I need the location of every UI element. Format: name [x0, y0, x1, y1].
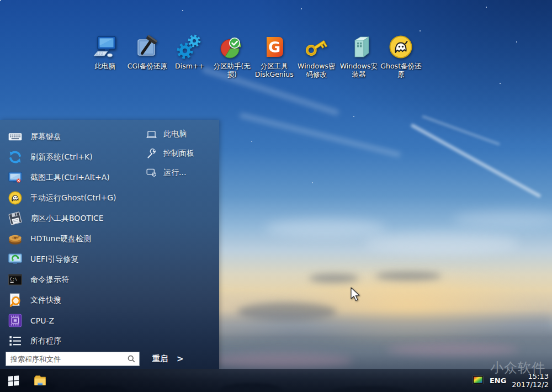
folder-icon [33, 374, 47, 388]
start-menu-item-label: HDTune硬盘检测 [30, 234, 91, 244]
start-menu-item-label: 截图工具(Ctrl+Alt+A) [30, 173, 110, 183]
cloud [364, 232, 519, 254]
start-menu-item[interactable]: 扇区小工具BOOTICE [7, 208, 139, 229]
clock-date: 2017/12/2 [512, 380, 549, 389]
start-menu-item-label: 屏幕键盘 [30, 132, 61, 142]
start-menu-item[interactable]: C:\命令提示符 [7, 269, 139, 290]
search-input[interactable] [6, 355, 126, 363]
desktop-icon-label: Windows安装器 [338, 62, 380, 78]
desktop-icon[interactable]: 分区助手(无损) [211, 33, 253, 78]
keyboard-icon [7, 129, 23, 145]
cmd-icon: C:\ [7, 272, 23, 288]
start-menu-item[interactable]: 屏幕键盘 [7, 126, 139, 147]
desktop-icon[interactable]: Windows安装器 [338, 33, 380, 78]
ghost-small-icon [7, 190, 23, 206]
wrench-outline-icon [145, 147, 158, 160]
start-menu-item-label: 所有程序 [30, 336, 61, 346]
refresh-icon [7, 149, 23, 166]
file-search-icon [7, 292, 23, 309]
desktop-icon[interactable]: Windows密码修改 [295, 33, 338, 78]
this-pc-icon [91, 33, 119, 61]
desktop-icon-label: CGI备份还原 [128, 62, 167, 71]
restart-button[interactable]: 重启 > [152, 352, 184, 366]
language-indicator[interactable]: ENG [490, 377, 506, 385]
stars [0, 0, 1, 1]
start-menu-right-list: 此电脑控制面板运行... [145, 125, 216, 182]
start-menu-item[interactable]: 刷新系统(Ctrl+K) [7, 147, 139, 167]
desktop-icon-label: 分区助手(无损) [211, 62, 253, 78]
restart-label: 重启 [152, 354, 168, 364]
desktop-icon[interactable]: 此电脑 [84, 33, 126, 78]
start-menu-item-label: 刷新系统(Ctrl+K) [30, 152, 93, 162]
mouse-cursor [350, 287, 360, 302]
start-menu-item[interactable]: 手动运行Ghost(Ctrl+G) [7, 188, 139, 208]
desktop-icon[interactable]: Dism++ [168, 33, 211, 78]
svg-text:G: G [268, 39, 280, 56]
installer-box-icon [345, 33, 373, 61]
start-menu-shortcut-label: 运行... [163, 168, 186, 178]
start-menu-item[interactable]: 文件快搜 [7, 290, 139, 310]
start-menu-left-list: 屏幕键盘刷新系统(Ctrl+K)截图工具(Ctrl+Alt+A)手动运行Ghos… [7, 126, 139, 351]
dark-cloud [309, 274, 359, 283]
ghost-icon [387, 33, 415, 61]
start-menu-shortcut-label: 控制面板 [163, 149, 194, 158]
start-menu-item-label: 文件快搜 [30, 295, 61, 305]
start-menu-item-label: UEFI引导修复 [30, 255, 78, 264]
start-menu-item[interactable]: 截图工具(Ctrl+Alt+A) [7, 167, 139, 188]
search-icon[interactable] [126, 353, 137, 364]
start-menu-item-label: CPU-Z [30, 316, 54, 325]
start-menu-item-label: 手动运行Ghost(Ctrl+G) [30, 193, 116, 203]
chevron-right-icon[interactable]: > [177, 354, 184, 364]
hdd-icon [7, 231, 23, 247]
start-menu-item-label: 命令提示符 [30, 275, 69, 285]
floppy-icon [7, 210, 23, 227]
sea-reflection [386, 343, 519, 356]
desktop-icon[interactable]: G分区工具 DiskGenius [253, 33, 295, 78]
desktop-icon-label: Windows密码修改 [295, 62, 338, 78]
desktop-icon-label: 此电脑 [95, 62, 116, 71]
desktop-icon-row: 此电脑CGI备份还原Dism++分区助手(无损)G分区工具 DiskGenius… [84, 33, 422, 78]
desktop-screen: 此电脑CGI备份还原Dism++分区助手(无损)G分区工具 DiskGenius… [0, 0, 552, 392]
all-programs-icon [7, 333, 23, 349]
start-button[interactable] [2, 369, 24, 392]
uefi-repair-icon [7, 251, 23, 268]
taskbar: ENG 15:13 2017/12/2 [0, 369, 552, 392]
run-outline-icon [145, 166, 158, 179]
file-explorer-button[interactable] [29, 369, 51, 392]
desktop-icon-label: Dism++ [175, 62, 204, 71]
dark-cloud [375, 272, 442, 280]
svg-text:C:\: C:\ [9, 277, 17, 282]
cloud [265, 219, 386, 237]
start-menu-shortcut[interactable]: 此电脑 [145, 125, 216, 144]
snip-tool-icon [7, 169, 23, 186]
start-menu: 屏幕键盘刷新系统(Ctrl+K)截图工具(Ctrl+Alt+A)手动运行Ghos… [0, 120, 219, 369]
start-menu-item-label: 扇区小工具BOOTICE [30, 214, 104, 224]
start-menu-item[interactable]: 所有程序 [7, 331, 139, 351]
cpuz-icon [7, 312, 23, 329]
start-menu-item[interactable]: CPU-Z [7, 310, 139, 331]
desktop-icon[interactable]: Ghost备份还原 [380, 33, 422, 78]
desktop-icon[interactable]: CGI备份还原 [126, 33, 169, 78]
start-menu-shortcut[interactable]: 控制面板 [145, 144, 216, 163]
sea-reflection [210, 353, 353, 368]
start-menu-item[interactable]: HDTune硬盘检测 [7, 229, 139, 249]
start-menu-shortcut-label: 此电脑 [163, 129, 187, 139]
start-menu-item[interactable]: UEFI引导修复 [7, 249, 139, 269]
watermark-text: 小众软件 [490, 359, 545, 377]
windows-logo-icon [7, 374, 20, 387]
diskgenius-icon: G [261, 33, 288, 61]
dism-gears-icon [176, 33, 203, 61]
password-key-icon [302, 33, 330, 61]
partition-assistant-icon [218, 33, 246, 61]
search-box[interactable] [6, 352, 140, 366]
pc-outline-icon [145, 128, 158, 141]
start-menu-shortcut[interactable]: 运行... [145, 163, 216, 182]
cgi-backup-icon [134, 33, 161, 61]
desktop-icon-label: Ghost备份还原 [380, 62, 422, 78]
display-settings-icon[interactable] [472, 375, 484, 386]
desktop-icon-label: 分区工具 DiskGenius [253, 62, 295, 78]
